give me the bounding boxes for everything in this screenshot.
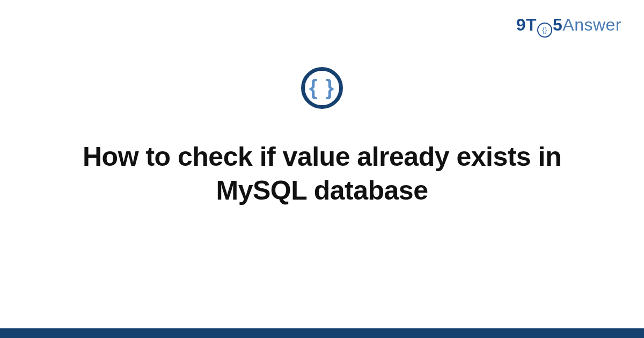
- category-badge: { }: [301, 67, 343, 109]
- logo-text-9t: 9T: [516, 15, 537, 35]
- question-title: How to check if value already exists in …: [67, 140, 577, 207]
- site-logo[interactable]: 9T {} 5 Answer: [516, 15, 621, 36]
- code-braces-icon: { }: [309, 77, 335, 98]
- logo-text-answer: Answer: [562, 15, 621, 35]
- main-content: { } How to check if value already exists…: [0, 67, 644, 207]
- logo-circle-icon: {}: [537, 23, 552, 38]
- logo-text-5: 5: [553, 15, 562, 35]
- footer-accent-bar: [0, 328, 644, 338]
- logo-circle-inner: {}: [542, 26, 547, 33]
